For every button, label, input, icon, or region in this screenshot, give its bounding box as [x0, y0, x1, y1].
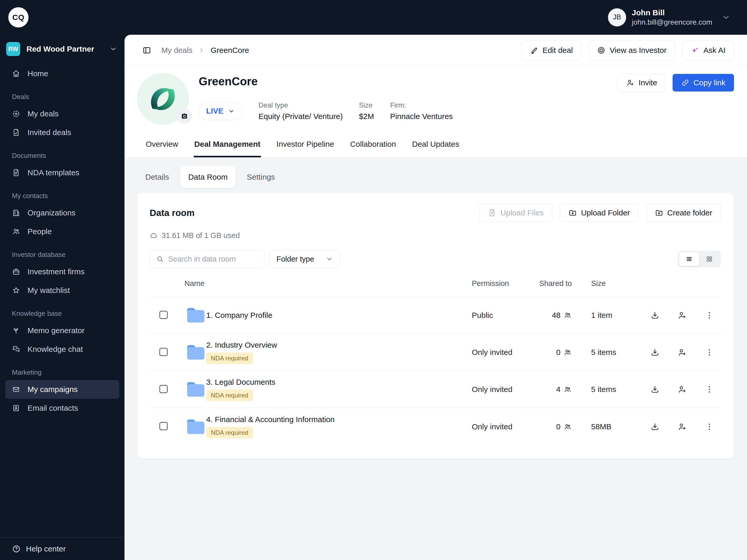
workspace-switcher[interactable]: RW Red Wood Partner [0, 35, 125, 62]
shared-to-value: 0 [539, 422, 591, 431]
folder-type-select[interactable]: Folder type [269, 250, 340, 268]
folder-name[interactable]: 2. Industry Overview [206, 341, 277, 349]
chevron-down-icon[interactable] [722, 13, 730, 22]
shared-to-value: 4 [539, 385, 591, 394]
data-room-controls: Folder type [150, 250, 721, 268]
row-checkbox[interactable] [159, 385, 168, 393]
kebab-menu-icon[interactable] [705, 348, 714, 357]
sidebar-item-label: Home [27, 69, 48, 78]
invite-button[interactable]: Invite [618, 74, 666, 91]
tab-investor-pipeline[interactable]: Investor Pipeline [276, 136, 335, 157]
person-plus-icon[interactable] [677, 348, 687, 357]
building-icon [12, 209, 20, 217]
seedling-icon [12, 326, 20, 335]
upload-files-button[interactable]: Upload Files [479, 204, 552, 222]
change-logo-button[interactable] [177, 109, 192, 124]
kebab-menu-icon[interactable] [705, 422, 714, 431]
search-input-wrap [150, 250, 264, 268]
view-as-investor-button[interactable]: View as Investor [589, 41, 675, 60]
link-icon [681, 79, 689, 87]
sidebar-item-my-watchlist[interactable]: My watchlist [5, 281, 119, 300]
subtab-data-room[interactable]: Data Room [180, 166, 236, 188]
sidebar-item-people[interactable]: People [5, 222, 119, 241]
permission-value: Only invited [472, 348, 539, 357]
upload-file-icon [488, 209, 496, 217]
person-plus-icon[interactable] [677, 385, 687, 394]
breadcrumb-my-deals[interactable]: My deals [161, 46, 192, 55]
download-icon[interactable] [650, 311, 660, 320]
deal-logo[interactable] [137, 73, 189, 125]
sidebar-item-investment-firms[interactable]: Investment firms [5, 262, 119, 281]
sidebar-toggle-icon[interactable] [142, 46, 152, 55]
sidebar-nav: Home Deals My deals Invited deals Docume… [0, 62, 125, 418]
app-logo[interactable]: CQ [8, 7, 28, 27]
download-icon[interactable] [650, 385, 660, 394]
ask-ai-button[interactable]: Ask AI [682, 41, 734, 60]
sidebar-item-label: My deals [27, 109, 59, 118]
subtab-settings[interactable]: Settings [238, 166, 283, 188]
folder-name[interactable]: 3. Legal Documents [206, 378, 276, 386]
storage-usage: 31.61 MB of 1 GB used [150, 231, 721, 240]
sidebar-item-memo-generator[interactable]: Memo generator [5, 321, 119, 340]
cloud-icon [150, 232, 158, 240]
document-check-icon [12, 128, 20, 137]
folder-name[interactable]: 4. Financial & Accounting Information [206, 415, 335, 424]
column-size: Size [591, 279, 648, 288]
person-plus-icon[interactable] [677, 311, 687, 320]
tab-deal-updates[interactable]: Deal Updates [412, 136, 460, 157]
sidebar-item-home[interactable]: Home [5, 64, 119, 83]
user-name: John Bill [632, 8, 712, 18]
topbar: CQ JB John Bill john.bill@greencore.com [0, 0, 747, 35]
sidebar-item-my-campaigns[interactable]: My campaigns [5, 380, 119, 399]
folder-icon [184, 378, 206, 400]
download-icon[interactable] [650, 348, 660, 357]
breadcrumb: My deals GreenCore [161, 46, 249, 55]
sidebar-section-investor-database: Investor database [5, 241, 119, 262]
sidebar-item-email-contacts[interactable]: Email contacts [5, 399, 119, 418]
help-center-link[interactable]: Help center [0, 537, 125, 560]
header-actions: Edit deal View as Investor Ask AI [522, 41, 734, 60]
edit-deal-button[interactable]: Edit deal [522, 41, 582, 60]
search-input[interactable] [168, 255, 258, 263]
permission-value: Only invited [472, 385, 539, 394]
deal-status-dropdown[interactable]: LIVE [199, 102, 242, 120]
permission-value: Only invited [472, 422, 539, 431]
person-plus-icon[interactable] [677, 422, 687, 431]
folder-name[interactable]: 1. Company Profile [206, 311, 272, 320]
data-room-table: Name Permission Shared to Size 1. Compan… [150, 279, 721, 445]
copy-link-button[interactable]: Copy link [673, 74, 734, 91]
tab-overview[interactable]: Overview [145, 136, 179, 157]
upload-folder-button[interactable]: Upload Folder [560, 204, 638, 222]
row-checkbox[interactable] [159, 422, 168, 430]
download-icon[interactable] [650, 422, 660, 431]
pencil-icon [530, 46, 538, 54]
kebab-menu-icon[interactable] [705, 311, 714, 320]
sidebar-item-organizations[interactable]: Organizations [5, 204, 119, 222]
sidebar-item-nda-templates[interactable]: NDA templates [5, 163, 119, 182]
sidebar-item-label: Investment firms [27, 267, 84, 276]
deal-title: GreenCore [199, 75, 618, 88]
row-checkbox[interactable] [159, 311, 168, 319]
nda-badge: NDA required [206, 390, 253, 401]
row-actions [648, 311, 721, 320]
row-checkbox[interactable] [159, 348, 168, 356]
subtab-details[interactable]: Details [137, 166, 177, 188]
user-menu[interactable]: JB John Bill john.bill@greencore.com [608, 8, 730, 27]
tab-collaboration[interactable]: Collaboration [350, 136, 396, 157]
sidebar-item-invited-deals[interactable]: Invited deals [5, 123, 119, 142]
data-room-toolbar: Upload Files Upload Folder Create folder [479, 204, 721, 222]
size-value: 5 items [591, 348, 648, 357]
create-folder-button[interactable]: Create folder [646, 204, 721, 222]
deal-tabs: Overview Deal Management Investor Pipeli… [137, 136, 734, 157]
tab-deal-management[interactable]: Deal Management [194, 136, 261, 157]
sidebar-item-my-deals[interactable]: My deals [5, 105, 119, 123]
chat-bubbles-icon [12, 345, 20, 353]
kebab-menu-icon[interactable] [705, 385, 714, 394]
list-icon [686, 256, 693, 263]
star-icon [12, 286, 20, 295]
sidebar-item-knowledge-chat[interactable]: Knowledge chat [5, 340, 119, 358]
table-row: 1. Company Profile Public 48 1 item [150, 297, 721, 334]
grid-view-button[interactable] [699, 252, 720, 266]
list-view-button[interactable] [679, 252, 699, 266]
sidebar-item-label: Invited deals [27, 128, 71, 137]
